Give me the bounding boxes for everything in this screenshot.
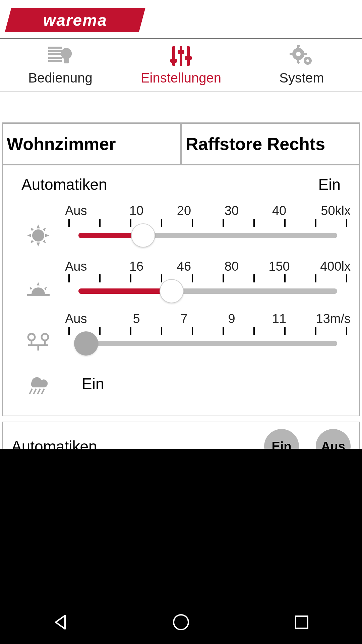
scale-label: Aus [65, 312, 113, 326]
nav-tab-einstellungen[interactable]: Einstellungen [121, 39, 241, 92]
sun-slider[interactable] [65, 233, 351, 238]
rain-state[interactable]: Ein [82, 375, 104, 393]
blinds-bulb-icon [47, 44, 74, 68]
svg-rect-4 [48, 60, 62, 62]
svg-point-26 [42, 334, 48, 340]
svg-point-35 [174, 615, 188, 630]
svg-rect-17 [290, 53, 293, 55]
svg-point-5 [61, 48, 72, 59]
scale-label: 20 [160, 204, 208, 218]
nav-label: Bedienung [28, 70, 92, 86]
svg-point-22 [306, 59, 309, 62]
dusk-scale-labels: Aus 16 46 80 150 400lx [65, 259, 351, 274]
scale-label: 400lx [303, 259, 351, 274]
nav-label: Einstellungen [141, 70, 221, 86]
nav-label: System [279, 70, 324, 86]
scale-label: Aus [65, 204, 113, 218]
section-header: Automatiken Ein [11, 175, 351, 194]
svg-point-25 [28, 334, 35, 340]
gears-icon [288, 44, 315, 68]
android-home-button[interactable] [169, 610, 193, 634]
sun-icon [11, 204, 65, 247]
svg-rect-10 [170, 59, 177, 63]
rain-row: Ein [11, 372, 351, 395]
wind-slider[interactable] [65, 341, 351, 346]
brand-text: warema [43, 11, 107, 30]
logo-bar: warema [0, 0, 362, 38]
svg-rect-24 [27, 294, 50, 296]
svg-line-33 [38, 389, 40, 394]
device-selector[interactable]: Raffstore Rechts [181, 123, 360, 165]
sun-slider-row: Aus 10 20 30 40 50klx [11, 204, 351, 247]
settings-panel: Automatiken Ein Aus 10 20 30 40 50klx [2, 165, 360, 416]
wind-scale-labels: Aus 5 7 9 11 13m/s [65, 312, 351, 326]
anemometer-icon [11, 312, 65, 352]
scale-label: Aus [65, 259, 113, 274]
svg-rect-3 [48, 57, 62, 59]
android-back-button[interactable] [49, 610, 72, 634]
svg-rect-0 [48, 47, 62, 49]
scale-label: 13m/s [303, 312, 351, 326]
svg-point-23 [32, 229, 44, 241]
sun-ticks [65, 219, 351, 227]
scale-label: 50klx [303, 204, 351, 218]
scale-label: 80 [208, 259, 255, 274]
scale-label: 5 [113, 312, 160, 326]
dusk-slider[interactable] [65, 288, 351, 294]
room-selector[interactable]: Wohnzimmer [2, 123, 181, 165]
scale-label: 16 [113, 259, 160, 274]
scale-label: 46 [160, 259, 208, 274]
rain-icon [11, 372, 65, 395]
svg-rect-1 [48, 50, 62, 52]
svg-rect-36 [296, 616, 308, 628]
svg-rect-18 [304, 53, 307, 55]
svg-line-34 [42, 389, 44, 394]
scale-label: 9 [208, 312, 255, 326]
wind-ticks [65, 327, 351, 335]
sun-scale-labels: Aus 10 20 30 40 50klx [65, 204, 351, 218]
scale-label: 10 [113, 204, 160, 218]
section-state: Ein [318, 175, 341, 194]
nav-tab-system[interactable]: System [241, 39, 362, 92]
dusk-ticks [65, 274, 351, 282]
brand-logo: warema [5, 8, 145, 32]
android-recent-button[interactable] [290, 610, 313, 634]
svg-rect-12 [185, 56, 192, 60]
svg-rect-6 [64, 57, 69, 63]
svg-line-31 [29, 389, 32, 394]
svg-rect-8 [180, 46, 182, 66]
context-row: Wohnzimmer Raffstore Rechts [2, 122, 360, 165]
scale-label: 11 [255, 312, 303, 326]
main-nav: Bedienung Einstellungen [0, 38, 362, 92]
scale-label: 7 [160, 312, 208, 326]
svg-rect-7 [172, 46, 175, 66]
scale-label: 150 [255, 259, 303, 274]
scale-label: 40 [255, 204, 303, 218]
sliders-icon [168, 44, 194, 68]
svg-rect-2 [48, 53, 62, 55]
svg-line-32 [34, 389, 36, 394]
android-nav-bar [0, 600, 362, 644]
sunset-icon [11, 259, 65, 300]
svg-rect-11 [178, 50, 184, 54]
nav-tab-bedienung[interactable]: Bedienung [0, 39, 121, 92]
section-title: Automatiken [21, 175, 107, 194]
dusk-slider-row: Aus 16 46 80 150 400lx [11, 259, 351, 300]
scale-label: 30 [208, 204, 255, 218]
wind-slider-row: Aus 5 7 9 11 13m/s [11, 312, 351, 352]
svg-point-14 [296, 52, 301, 56]
